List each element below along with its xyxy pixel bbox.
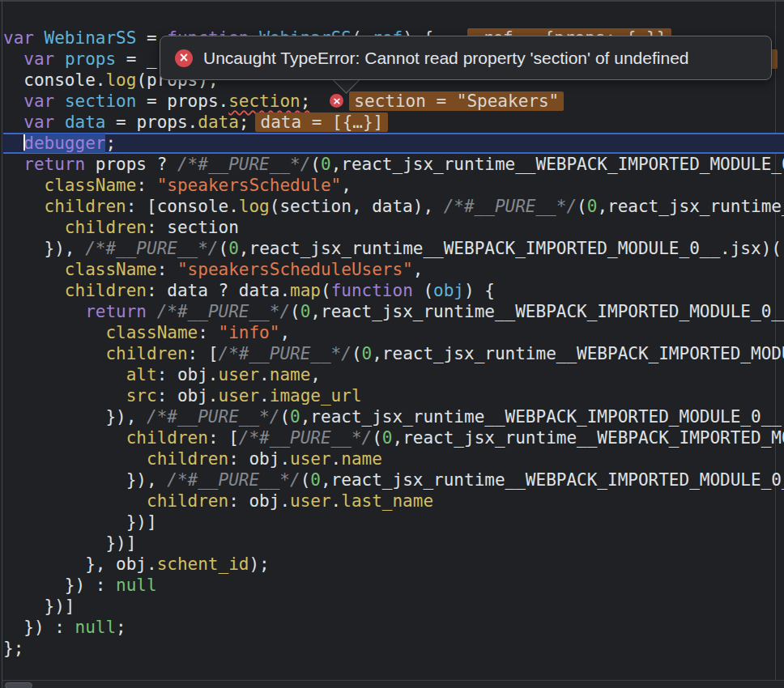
code-token: ( bbox=[577, 197, 587, 216]
code-token: /*#__PURE__*/ bbox=[219, 344, 352, 363]
code-token: alt bbox=[126, 365, 157, 384]
code-line[interactable]: var data = props.data;data = [{…}] bbox=[3, 112, 784, 133]
code-line[interactable]: })] bbox=[3, 512, 784, 533]
code-token: ,react_jsx_runtime__WEBPACK_IMPORTED_MOD… bbox=[310, 302, 784, 321]
code-token bbox=[3, 113, 23, 132]
code-token: log bbox=[239, 197, 270, 216]
code-token: "speakersSchedule" bbox=[157, 176, 342, 195]
code-token: var bbox=[23, 113, 65, 132]
code-line[interactable]: }) : null bbox=[3, 575, 784, 596]
code-token: ,react_jsx_runtime__WEBPACK_IMPORTED_MOD… bbox=[321, 470, 784, 490]
code-token: console. bbox=[3, 70, 105, 90]
code-line[interactable]: className: "info", bbox=[3, 322, 784, 343]
code-token: /*#__PURE__*/ bbox=[85, 239, 218, 258]
code-token: debugger bbox=[23, 134, 105, 153]
code-token: . bbox=[331, 491, 342, 511]
code-token: , bbox=[310, 365, 321, 384]
code-line[interactable]: }, obj.schent_id); bbox=[3, 554, 784, 575]
code-line[interactable]: }), /*#__PURE__*/(0,react_jsx_runtime__W… bbox=[3, 469, 784, 491]
code-token: ( bbox=[321, 281, 331, 300]
code-line[interactable]: children: section bbox=[3, 217, 784, 238]
code-token: }), bbox=[3, 407, 147, 427]
code-line[interactable]: children: [console.log(section, data), /… bbox=[3, 196, 784, 217]
code-token: return bbox=[23, 155, 85, 174]
code-line[interactable]: children: obj.user.name bbox=[3, 448, 784, 469]
code-token bbox=[147, 302, 157, 321]
code-line[interactable]: }), /*#__PURE__*/(0,react_jsx_runtime__W… bbox=[3, 238, 784, 259]
code-editor[interactable]: var WebinarSS = function WebinarSS(_ref)… bbox=[3, 28, 784, 675]
error-marker-icon[interactable]: × bbox=[330, 94, 343, 108]
code-token bbox=[3, 449, 147, 469]
code-line[interactable]: children: data ? data.map(function (obj)… bbox=[3, 280, 784, 301]
code-token bbox=[3, 365, 126, 384]
code-token: src bbox=[126, 386, 157, 406]
code-token: . bbox=[259, 365, 270, 384]
code-token: var bbox=[3, 28, 45, 48]
code-token: }) : bbox=[3, 618, 75, 637]
code-token: : [ bbox=[208, 428, 239, 448]
code-token: (section, data), bbox=[270, 197, 444, 216]
code-line[interactable]: }) : null; bbox=[3, 617, 784, 638]
code-line[interactable]: }), /*#__PURE__*/(0,react_jsx_runtime__W… bbox=[3, 406, 784, 427]
code-token: 0 bbox=[587, 197, 598, 216]
code-line[interactable]: alt: obj.user.name, bbox=[3, 364, 784, 385]
code-token bbox=[3, 197, 45, 216]
code-token: name bbox=[341, 449, 382, 469]
code-token: ( bbox=[290, 302, 300, 321]
code-line[interactable]: return props ? /*#__PURE__*/(0,react_jsx… bbox=[3, 154, 784, 175]
code-token: 0 bbox=[290, 407, 300, 427]
horizontal-scrollbar-track[interactable] bbox=[2, 680, 784, 688]
code-line[interactable]: children: [/*#__PURE__*/(0,react_jsx_run… bbox=[3, 427, 784, 448]
code-token: name bbox=[270, 365, 311, 384]
code-token: ( bbox=[352, 344, 362, 363]
code-token bbox=[3, 91, 23, 111]
code-token: /*#__PURE__*/ bbox=[147, 407, 279, 427]
code-token bbox=[3, 428, 126, 448]
code-token: 0 bbox=[362, 344, 373, 363]
code-token: user bbox=[219, 365, 260, 384]
code-token: ( bbox=[279, 407, 290, 427]
code-token: : bbox=[198, 323, 218, 342]
code-line[interactable]: var section = props.section;×section = "… bbox=[3, 91, 784, 112]
code-token: = props. bbox=[105, 113, 198, 132]
code-token: WebinarSS bbox=[45, 28, 137, 48]
code-token: data bbox=[198, 113, 239, 132]
code-token: children bbox=[126, 428, 208, 448]
code-token bbox=[3, 218, 65, 237]
execution-line[interactable]: debugger; bbox=[3, 133, 784, 154]
code-token: var bbox=[23, 49, 65, 69]
code-line[interactable]: children: [/*#__PURE__*/(0,react_jsx_run… bbox=[3, 343, 784, 364]
code-token: children bbox=[65, 218, 147, 237]
code-token: , bbox=[341, 176, 352, 195]
code-token: })] bbox=[3, 512, 157, 532]
code-token: ; bbox=[300, 91, 311, 111]
code-token: : obj. bbox=[157, 365, 219, 384]
code-line[interactable]: className: "speakersScheduleUsers", bbox=[3, 259, 784, 280]
code-token: last_name bbox=[341, 491, 433, 511]
code-token bbox=[3, 323, 105, 342]
code-token: user bbox=[290, 491, 331, 511]
code-token: ,react_jsx_runtime__WEBPACK_IMPORTED_MOD… bbox=[372, 344, 784, 363]
code-line[interactable]: }; bbox=[3, 638, 784, 659]
code-token: user bbox=[219, 386, 260, 406]
code-token bbox=[3, 281, 65, 300]
code-token: children bbox=[65, 281, 147, 300]
code-token: : section bbox=[147, 218, 239, 237]
code-line[interactable]: children: obj.user.last_name bbox=[3, 491, 784, 512]
code-token: "speakersScheduleUsers" bbox=[177, 260, 413, 279]
code-token: 0 bbox=[310, 470, 321, 490]
code-token: ,react_jsx_runtime__WEBPACK_IMPORTED_MOD… bbox=[331, 155, 784, 174]
code-token: }; bbox=[3, 639, 23, 658]
code-line[interactable]: })] bbox=[3, 533, 784, 554]
code-line[interactable]: return /*#__PURE__*/(0,react_jsx_runtime… bbox=[3, 301, 784, 322]
code-line[interactable]: src: obj.user.image_url bbox=[3, 385, 784, 406]
code-token: ; bbox=[105, 134, 116, 153]
code-line[interactable]: className: "speakersSchedule", bbox=[3, 175, 784, 196]
code-line[interactable]: })] bbox=[3, 596, 784, 617]
horizontal-scrollbar-thumb[interactable] bbox=[5, 682, 32, 688]
code-token: children bbox=[147, 491, 228, 511]
code-token: className bbox=[45, 176, 137, 195]
code-token: data bbox=[65, 113, 106, 132]
code-token: ( bbox=[310, 155, 321, 174]
code-token: className bbox=[105, 323, 198, 342]
